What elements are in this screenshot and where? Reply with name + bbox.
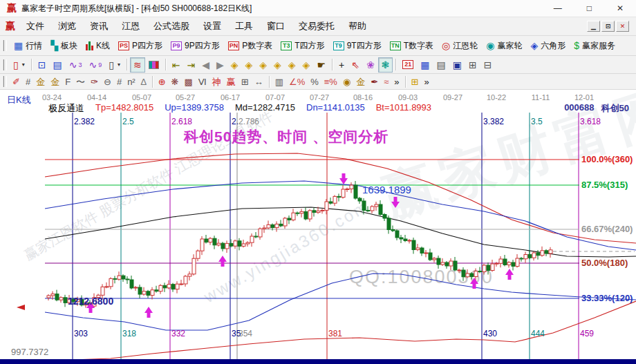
gold-circle-button[interactable]: ◉	[340, 75, 353, 88]
window-maximize-button[interactable]: □	[587, 3, 592, 13]
percent-button[interactable]: %	[308, 75, 321, 88]
hand-tool-button[interactable]: ☛	[313, 57, 329, 73]
pointer-tool-button[interactable]: ⇖	[348, 57, 363, 73]
pattern-overlay-button[interactable]: ≋	[130, 57, 145, 73]
kline-period-button[interactable]: ▯▾	[10, 57, 28, 73]
tick-grid-button[interactable]: #	[114, 75, 124, 88]
mdi-minimize-button[interactable]: ▁	[587, 21, 600, 32]
ying-grid-button[interactable]: 赢	[224, 75, 238, 88]
wave-3-button[interactable]: ∿3	[66, 57, 86, 73]
brush-pen-button[interactable]: ✒	[368, 75, 381, 88]
toolbar-main: ▦行情▚板块K线PSP四方形P99P四方形PNP数字表T3T四方形T99T四方形…	[0, 36, 636, 56]
chart-pane[interactable]: 赢家财富网 赢家江恩软件 股票分析软件 江恩理论工具软件 www.yingjia…	[0, 90, 636, 364]
gann-diamond-5-button[interactable]: ◈	[285, 57, 299, 73]
gann-diamond-3-button[interactable]: ◈	[256, 57, 270, 73]
market-grid-button[interactable]: ▦行情	[10, 38, 46, 53]
info-board-button[interactable]: ▤	[49, 57, 65, 73]
color-histogram-button[interactable]	[145, 57, 162, 73]
n-square-button[interactable]: n²	[124, 75, 138, 88]
9p-square-button[interactable]: P99P四方形	[167, 38, 224, 53]
menu-item-2[interactable]: 浏览	[51, 18, 83, 35]
gann-target-button[interactable]: ⊕	[156, 75, 169, 88]
first-bar-button[interactable]: ⇤	[169, 57, 184, 73]
gold-grid-b-button[interactable]: 金	[48, 75, 62, 88]
menu-bar: 赢 文件浏览资讯江恩公式选股设置工具窗口交易委托帮助 ▁⊡✕	[0, 17, 636, 36]
bottom-scale-value: 997.7372	[11, 347, 48, 357]
save-button[interactable]: ▣	[449, 57, 465, 73]
t-square-button[interactable]: T3T四方形	[277, 38, 328, 53]
angle-percent-button[interactable]: ∠%	[286, 75, 308, 88]
flower-tool-button[interactable]: ❀	[363, 57, 378, 73]
shen-grid-button[interactable]: 神	[209, 75, 224, 88]
range-marker-button[interactable]: ↔	[252, 75, 266, 88]
window-close-button[interactable]: ✕	[617, 3, 624, 13]
prev-bar-button[interactable]: ◀	[198, 57, 213, 73]
level-percent-button[interactable]: ≡%	[321, 75, 340, 88]
spiral-button[interactable]: 〜	[73, 75, 88, 88]
multi-window-button[interactable]: ⊡	[35, 57, 50, 73]
t-number-table-button[interactable]: TNT数字表	[386, 38, 438, 53]
menu-item-10[interactable]: 帮助	[342, 18, 373, 35]
gann-diamond-1-button[interactable]: ◈	[227, 57, 242, 73]
gann-diamond-4-button[interactable]: ◈	[270, 57, 285, 73]
p-number-table-label: P数字表	[242, 40, 272, 52]
more-tools-button[interactable]: »	[421, 75, 431, 88]
gann-diamond-2-button[interactable]: ◈	[241, 57, 256, 73]
date-tick: 04-14	[87, 93, 106, 102]
scroll-left-marker-icon[interactable]	[17, 305, 25, 310]
time-circle-button[interactable]: ⊖	[101, 75, 114, 88]
pencil-button[interactable]: ✐	[10, 75, 23, 88]
menu-item-7[interactable]: 工具	[228, 18, 260, 35]
gann-rays-button[interactable]: ❋	[169, 75, 182, 88]
notes-button[interactable]: ▤	[433, 57, 449, 73]
winner-wheel-button[interactable]: ◉赢家轮	[482, 38, 526, 53]
winner-service-button[interactable]: $赢家服务	[570, 38, 619, 53]
wave-tool-button[interactable]: ≈	[381, 75, 391, 88]
more-draw-button[interactable]: »	[391, 75, 402, 88]
menu-item-3[interactable]: 资讯	[83, 18, 115, 35]
print-button[interactable]: ⊟	[480, 57, 496, 73]
export-button[interactable]: ⊞	[465, 57, 480, 73]
menu-item-9[interactable]: 交易委托	[292, 18, 342, 35]
panel-scale-button[interactable]: ▥	[272, 75, 286, 88]
calculator-button[interactable]: ▦	[417, 57, 433, 73]
angle-a-button[interactable]: ∆	[138, 75, 149, 88]
grid-panel-button[interactable]: ⊞	[409, 75, 422, 88]
mdi-close-button[interactable]: ✕	[616, 21, 629, 32]
t-number-table-label: T数字表	[404, 40, 433, 52]
mdi-restore-button[interactable]: ⊡	[601, 21, 615, 32]
kline-button[interactable]: K线	[82, 38, 114, 53]
smart-analysis-button[interactable]: ❃	[378, 57, 393, 73]
time-ratio-label: 3.618	[580, 117, 601, 126]
f-grid-button[interactable]: F	[62, 75, 73, 88]
next-bar-button[interactable]: ▶	[213, 57, 227, 73]
marker-pen-button[interactable]: ✑	[88, 75, 101, 88]
p-square-button[interactable]: PSP四方形	[114, 38, 167, 53]
p-number-table-button[interactable]: PNP数字表	[224, 38, 277, 53]
wave-9-button[interactable]: ∿9	[85, 57, 105, 73]
menu-item-4[interactable]: 江恩	[115, 18, 147, 35]
sectors-button[interactable]: ▚板块	[46, 38, 82, 53]
p-number-table-icon: PN	[228, 41, 240, 50]
gann-diamond-6-button[interactable]: ◈	[299, 57, 314, 73]
last-bar-button[interactable]: ⇥	[183, 57, 198, 73]
menu-item-1[interactable]: 文件	[19, 18, 51, 35]
menu-item-8[interactable]: 窗口	[260, 18, 292, 35]
roman-levels-button[interactable]: Ⅵ	[196, 75, 209, 88]
window-minimize-button[interactable]: —	[554, 3, 562, 13]
calendar-button[interactable]: 21	[399, 57, 417, 73]
gold-level-button[interactable]: 金	[353, 75, 368, 88]
menu-item-5[interactable]: 公式选股	[147, 18, 196, 35]
crosshair-tool-button[interactable]: +	[335, 57, 348, 73]
9t-square-button[interactable]: T99T四方形	[329, 38, 386, 53]
number-grid-button[interactable]: ⊞	[238, 75, 252, 88]
kline-icon	[86, 41, 93, 50]
menu-item-6[interactable]: 设置	[196, 18, 228, 35]
candle-style-button[interactable]: ▯▾	[105, 57, 124, 73]
gold-grid-a-button[interactable]: 金	[33, 75, 48, 88]
hexagon-button[interactable]: ◈六角形	[526, 38, 570, 53]
app-logo: 赢	[7, 2, 17, 15]
gann-wheel-button[interactable]: ◎江恩轮	[438, 38, 482, 53]
grid-small-button[interactable]: #	[23, 75, 33, 88]
gann-box-button[interactable]: ▩	[181, 75, 195, 88]
